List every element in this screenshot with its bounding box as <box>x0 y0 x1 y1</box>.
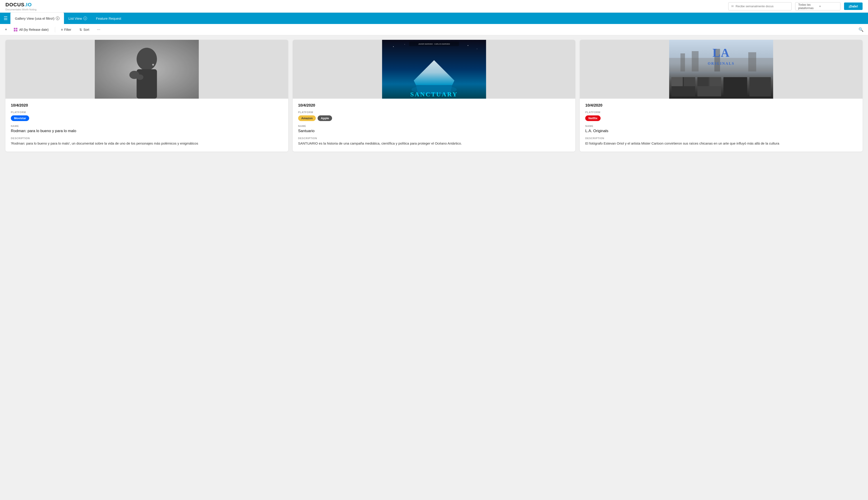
card-image-rodman <box>5 40 288 99</box>
gallery-container: 10/4/2020 PLATFORM Movistar NAME Rodman:… <box>0 35 868 499</box>
platform-badge-netflix: Netflix <box>585 115 601 121</box>
card-desc-sanctuary: SANTUARIO es la historia de una campaña … <box>298 141 570 146</box>
platforms-sanctuary: Amazon Apple <box>298 115 570 121</box>
dale-button[interactable]: ¡Dale! <box>844 2 863 10</box>
card-date-laoriginals: 10/4/2020 <box>585 103 857 108</box>
hamburger-icon[interactable]: ☰ <box>4 15 8 21</box>
desc-label-rodman: DESCRIPTION <box>11 137 283 139</box>
chevron-down-icon: ▼ <box>819 5 837 8</box>
card-body-sanctuary: 10/4/2020 PLATFORM Amazon Apple NAME San… <box>293 99 575 151</box>
tab-feature[interactable]: Feature Request <box>92 13 126 24</box>
svg-rect-29 <box>750 77 771 96</box>
rodman-svg <box>5 40 288 99</box>
svg-rect-31 <box>684 77 695 86</box>
more-options-button[interactable]: ··· <box>95 26 102 33</box>
card-desc-rodman: 'Rodman: para lo bueno y para lo malo', … <box>11 141 283 146</box>
name-label-sanctuary: NAME <box>298 125 570 127</box>
svg-rect-30 <box>671 77 683 86</box>
platforms-laoriginals: Netflix <box>585 115 857 121</box>
platform-select[interactable]: Todas las plataformas ▼ <box>795 2 841 10</box>
sort-icon: ⇅ <box>79 28 82 32</box>
svg-rect-21 <box>692 51 699 71</box>
sort-button[interactable]: ⇅ Sort <box>77 26 92 33</box>
svg-rect-20 <box>681 53 685 71</box>
svg-point-11 <box>393 46 394 47</box>
svg-point-12 <box>404 44 405 45</box>
platforms-rodman: Movistar <box>11 115 283 121</box>
platform-label-laoriginals: PLATFORM <box>585 111 857 114</box>
svg-text:JAVIER BARDEM · CARLOS BARDEM: JAVIER BARDEM · CARLOS BARDEM <box>418 43 450 45</box>
tab-feature-label: Feature Request <box>96 16 121 20</box>
app-logo: DOCUS.IO <box>5 2 725 8</box>
desc-label-sanctuary: DESCRIPTION <box>298 137 570 139</box>
filter-label: Filter <box>64 28 71 32</box>
name-label-rodman: NAME <box>11 125 283 127</box>
svg-point-14 <box>477 49 477 49</box>
tab-list[interactable]: List View i <box>64 13 92 24</box>
card-name-laoriginals: L.A. Originals <box>585 129 857 133</box>
header: DOCUS.IO Documentales Worth Noting ✉ Tod… <box>0 0 868 13</box>
svg-rect-28 <box>724 77 747 96</box>
nav-tabs: ☰ Gallery View (usa el filtro!) i List V… <box>0 13 868 24</box>
email-input-wrapper[interactable]: ✉ <box>728 2 791 10</box>
svg-rect-23 <box>748 52 756 71</box>
email-input[interactable] <box>736 4 785 8</box>
svg-rect-6 <box>95 40 199 99</box>
platform-badge-amazon: Amazon <box>298 115 316 121</box>
laoriginals-svg: LA ORIGINALS <box>580 40 863 99</box>
svg-text:LA: LA <box>713 46 730 59</box>
card-date-rodman: 10/4/2020 <box>11 103 283 108</box>
toolbar-separator <box>55 27 55 32</box>
platform-label-rodman: PLATFORM <box>11 111 283 114</box>
card-body-rodman: 10/4/2020 PLATFORM Movistar NAME Rodman:… <box>5 99 288 151</box>
platform-badge-movistar: Movistar <box>11 115 29 121</box>
card-rodman: 10/4/2020 PLATFORM Movistar NAME Rodman:… <box>5 40 288 151</box>
card-image-sanctuary: SANCTUARY JAVIER BARDEM · CARLOS BARDEM <box>293 40 575 99</box>
card-laoriginals: LA ORIGINALS 10/4/2020 PLATFOR <box>580 40 863 151</box>
info-icon-list: i <box>83 16 87 20</box>
svg-text:SANCTUARY: SANCTUARY <box>410 91 458 98</box>
view-selector[interactable]: All (by Release date) <box>11 26 51 33</box>
svg-point-13 <box>468 45 468 46</box>
card-desc-laoriginals: El fotógrafo Estevan Oriol y el artista … <box>585 141 857 146</box>
filter-icon: ≡ <box>61 28 63 32</box>
gallery-grid: 10/4/2020 PLATFORM Movistar NAME Rodman:… <box>5 40 863 151</box>
filter-button[interactable]: ≡ Filter <box>59 26 73 33</box>
card-body-laoriginals: 10/4/2020 PLATFORM Netflix NAME L.A. Ori… <box>580 99 863 151</box>
sanctuary-svg: SANCTUARY JAVIER BARDEM · CARLOS BARDEM <box>293 40 575 99</box>
tab-gallery[interactable]: Gallery View (usa el filtro!) i <box>10 13 64 24</box>
desc-label-laoriginals: DESCRIPTION <box>585 137 857 139</box>
toolbar: ▼ All (by Release date) ≡ Filter ⇅ Sort … <box>0 24 868 35</box>
app-subtitle: Documentales Worth Noting <box>5 8 725 11</box>
toolbar-arrow-icon[interactable]: ▼ <box>4 28 8 31</box>
view-label: All (by Release date) <box>19 28 49 32</box>
card-name-rodman: Rodman: para lo bueno y para lo malo <box>11 129 283 133</box>
search-icon[interactable]: 🔍 <box>858 27 864 32</box>
svg-rect-33 <box>710 77 721 86</box>
card-name-sanctuary: Santuario <box>298 129 570 133</box>
platform-select-label: Todas las plataformas <box>798 3 817 10</box>
platform-label-sanctuary: PLATFORM <box>298 111 570 114</box>
card-date-sanctuary: 10/4/2020 <box>298 103 570 108</box>
card-image-laoriginals: LA ORIGINALS <box>580 40 863 99</box>
name-label-laoriginals: NAME <box>585 125 857 127</box>
svg-text:ORIGINALS: ORIGINALS <box>708 61 735 65</box>
tab-list-label: List View <box>69 16 82 20</box>
platform-badge-apple: Apple <box>318 115 332 121</box>
info-icon-gallery: i <box>56 16 59 20</box>
logo-wrap: DOCUS.IO Documentales Worth Noting <box>5 2 725 11</box>
card-sanctuary: SANCTUARY JAVIER BARDEM · CARLOS BARDEM … <box>293 40 575 151</box>
tab-gallery-label: Gallery View (usa el filtro!) <box>15 16 55 20</box>
sort-label: Sort <box>83 28 89 32</box>
svg-rect-32 <box>697 77 709 86</box>
email-icon: ✉ <box>731 4 734 8</box>
grid-view-icon <box>14 28 17 32</box>
